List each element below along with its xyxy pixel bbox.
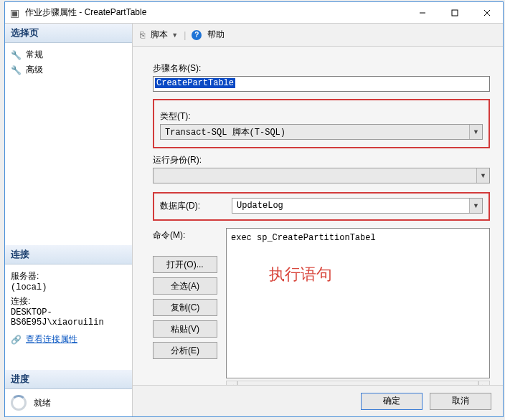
select-page-header: 选择页 <box>5 24 132 43</box>
paste-button[interactable]: 粘贴(V) <box>153 320 217 338</box>
ok-button[interactable]: 确定 <box>361 393 423 410</box>
nav-item-label: 常规 <box>26 49 43 61</box>
chevron-down-icon: ▼ <box>469 199 482 213</box>
chevron-down-icon: ▼ <box>469 125 482 139</box>
command-hscrollbar[interactable]: ◄ ► <box>226 381 490 385</box>
view-connection-properties-link[interactable]: 查看连接属性 <box>26 333 77 345</box>
database-value: UpdateLog <box>232 201 469 211</box>
help-button[interactable]: 帮助 <box>207 29 225 41</box>
main-panel: ⎘ 脚本 ▼ | ? 帮助 步骤名称(S): CreatePartTable 类… <box>133 24 503 416</box>
window-title: 作业步骤属性 - CreatePartTable <box>24 6 406 19</box>
nav-list: 🔧 常规 🔧 高级 <box>5 43 132 82</box>
runas-label: 运行身份(R): <box>153 154 490 166</box>
wrench-icon: 🔧 <box>11 50 22 60</box>
db-label: 数据库(D): <box>160 200 217 212</box>
progress-status: 就绪 <box>34 397 51 409</box>
server-value: (local) <box>11 282 126 292</box>
link-icon: 🔗 <box>11 335 22 345</box>
nav-item-label: 高级 <box>26 64 43 76</box>
type-label: 类型(T): <box>160 110 483 123</box>
nav-item-advanced[interactable]: 🔧 高级 <box>8 62 129 77</box>
chevron-down-icon: ▼ <box>171 32 178 39</box>
close-button[interactable] <box>471 2 503 24</box>
toolbar: ⎘ 脚本 ▼ | ? 帮助 <box>133 24 503 47</box>
nav-item-general[interactable]: 🔧 常规 <box>8 47 129 62</box>
scroll-left-icon[interactable]: ◄ <box>226 381 237 385</box>
server-label: 服务器: <box>11 270 126 282</box>
dialog-window: ▣ 作业步骤属性 - CreatePartTable 选择页 🔧 常规 🔧 高级 <box>4 1 504 417</box>
connection-section: 服务器: (local) 连接: DESKTOP-BS6E95J\xiaorui… <box>5 264 132 348</box>
chevron-down-icon: ▼ <box>476 168 489 183</box>
left-panel: 选择页 🔧 常规 🔧 高级 连接 服务器: (local) 连接: DESKTO… <box>5 24 133 416</box>
step-name-value: CreatePartTable <box>155 78 235 88</box>
form-area: 步骤名称(S): CreatePartTable 类型(T): Transact… <box>133 47 503 385</box>
script-label: 脚本 <box>151 29 168 39</box>
progress-spinner-icon <box>11 395 27 411</box>
step-name-input[interactable]: CreatePartTable <box>153 76 490 92</box>
script-icon: ⎘ <box>140 30 145 40</box>
copy-button[interactable]: 复制(C) <box>153 299 217 316</box>
titlebar: ▣ 作业步骤属性 - CreatePartTable <box>5 2 503 24</box>
conn-value: DESKTOP-BS6E95J\xiaoruilin <box>11 307 126 328</box>
select-all-button[interactable]: 全选(A) <box>153 277 217 295</box>
type-value: Transact-SQL 脚本(T-SQL) <box>161 126 469 138</box>
type-combo[interactable]: Transact-SQL 脚本(T-SQL) ▼ <box>160 124 483 140</box>
help-icon: ? <box>192 30 202 40</box>
progress-row: 就绪 <box>5 389 132 416</box>
cancel-button[interactable]: 取消 <box>430 393 491 410</box>
dialog-footer: 确定 取消 <box>133 385 503 416</box>
progress-header: 进度 <box>5 370 132 389</box>
wrench-icon: 🔧 <box>11 65 22 75</box>
connection-header: 连接 <box>5 245 132 264</box>
step-name-label: 步骤名称(S): <box>153 62 490 75</box>
maximize-button[interactable] <box>438 2 471 24</box>
runas-combo[interactable]: ▼ <box>153 168 490 183</box>
minimize-button[interactable] <box>406 2 438 24</box>
app-icon: ▣ <box>5 7 24 19</box>
command-label: 命令(M): <box>153 228 203 242</box>
scroll-right-icon[interactable]: ► <box>478 381 490 385</box>
open-button[interactable]: 打开(O)... <box>153 256 217 273</box>
conn-label: 连接: <box>11 295 126 307</box>
command-editor[interactable] <box>226 228 490 378</box>
database-combo[interactable]: UpdateLog ▼ <box>232 198 483 214</box>
parse-button[interactable]: 分析(E) <box>153 342 217 359</box>
script-dropdown[interactable]: 脚本 ▼ <box>151 29 178 41</box>
svg-rect-1 <box>452 10 458 16</box>
